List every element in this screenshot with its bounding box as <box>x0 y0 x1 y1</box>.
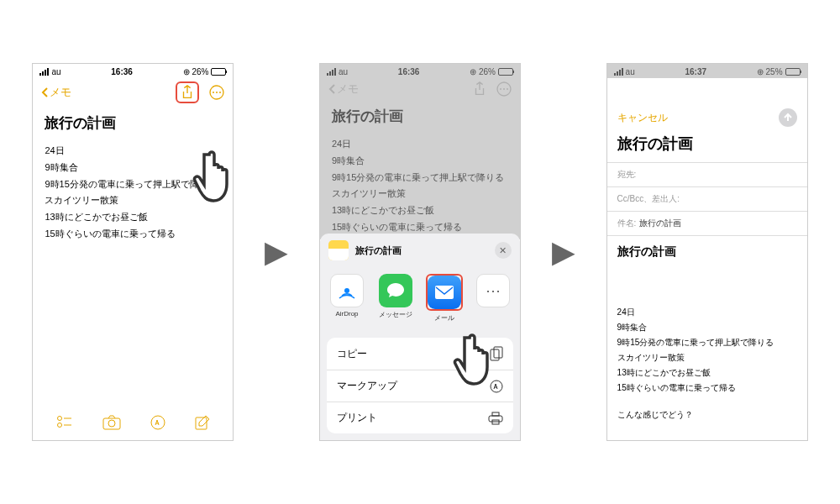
print-action[interactable]: プリント <box>327 402 513 433</box>
note-line: 13時にどこかでお昼ご飯 <box>332 202 508 219</box>
status-bar: au 16:36 ⊕ 26% <box>33 64 233 78</box>
note-line: 9時集合 <box>332 153 508 170</box>
note-line: 9時15分発の電車に乗って押上駅で降りる <box>332 170 508 186</box>
svg-point-13 <box>500 88 501 90</box>
send-button[interactable] <box>779 108 797 127</box>
body-line: スカイツリー散策 <box>617 350 797 365</box>
svg-rect-22 <box>492 412 499 416</box>
phone-notes: au 16:36 ⊕ 26% メモ 旅行の計画 24日 9時集合 9時15分発の… <box>32 63 234 441</box>
svg-point-4 <box>57 417 61 421</box>
arrow-up-icon <box>783 113 793 123</box>
status-bar: au 16:37 ⊕ 25% <box>607 64 807 78</box>
svg-rect-17 <box>435 286 454 299</box>
airdrop-icon <box>336 280 358 302</box>
share-button[interactable] <box>176 81 199 103</box>
draw-icon[interactable] <box>150 415 165 430</box>
mail-app[interactable]: メール <box>423 274 466 323</box>
to-field[interactable]: 宛先: <box>607 162 807 186</box>
svg-point-3 <box>219 92 221 93</box>
cc-field[interactable]: Cc/Bcc、差出人: <box>607 186 807 211</box>
arrow-icon: ▶ <box>265 234 288 270</box>
copy-action[interactable]: コピー <box>327 338 513 370</box>
nav-bar: メモ <box>33 78 233 108</box>
note-title: 旅行の計画 <box>33 108 233 139</box>
note-line: スカイツリー散策 <box>332 186 508 202</box>
status-time: 16:37 <box>685 67 706 76</box>
camera-icon[interactable] <box>102 415 121 430</box>
more-app[interactable]: ⋯ <box>471 274 515 323</box>
note-line: 13時にどこかでお昼ご飯 <box>45 209 221 226</box>
svg-rect-21 <box>489 416 502 422</box>
status-time: 16:36 <box>398 67 420 76</box>
share-actions: コピー マークアップ プリント <box>327 338 513 433</box>
airdrop-app[interactable]: AirDrop <box>325 274 369 323</box>
share-title: 旅行の計画 <box>355 244 488 257</box>
copy-icon <box>490 346 503 361</box>
note-line: 9時15分発の電車に乗って押上駅で降りる <box>45 176 221 193</box>
signal-icon <box>39 68 49 76</box>
note-title: 旅行の計画 <box>320 102 520 133</box>
carrier: au <box>626 67 635 76</box>
battery-percent: ⊕ 25% <box>757 67 783 76</box>
signal-icon <box>614 68 623 76</box>
back-button: メモ <box>328 81 359 97</box>
svg-point-16 <box>344 288 349 293</box>
markup-icon <box>490 380 503 393</box>
toolbar <box>33 405 233 440</box>
status-time: 16:36 <box>111 67 133 76</box>
checklist-icon[interactable] <box>56 415 73 430</box>
share-header: 旅行の計画 ✕ <box>320 234 520 267</box>
battery-icon <box>498 68 513 76</box>
nav-bar: メモ <box>320 78 520 102</box>
svg-point-9 <box>108 420 115 427</box>
note-line: 24日 <box>332 136 508 153</box>
svg-point-1 <box>213 92 214 93</box>
note-line: スカイツリー散策 <box>45 192 221 209</box>
share-apps: AirDrop メッセージ メール ⋯ <box>320 267 520 331</box>
body-line: 24日 <box>617 305 797 320</box>
status-bar: au 16:36 ⊕ 26% <box>320 64 520 78</box>
body-line: 13時にどこかでお昼ご飯 <box>617 365 797 381</box>
print-icon <box>488 412 503 425</box>
carrier: au <box>339 67 348 76</box>
markup-action[interactable]: マークアップ <box>327 370 513 402</box>
note-thumb-icon <box>328 240 349 260</box>
body-line: 9時集合 <box>617 320 797 335</box>
note-line: 15時ぐらいの電車に乗って帰る <box>45 226 221 243</box>
note-line: 9時集合 <box>45 160 221 176</box>
carrier: au <box>51 67 60 76</box>
compose-icon[interactable] <box>195 415 210 430</box>
battery-percent: ⊕ 26% <box>470 67 496 76</box>
compose-footer: こんな感じでどう？ <box>607 402 807 428</box>
subject-field[interactable]: 件名: 旅行の計画 <box>607 211 807 236</box>
messages-app[interactable]: メッセージ <box>374 274 417 323</box>
back-button[interactable]: メモ <box>41 85 71 100</box>
svg-point-6 <box>57 423 61 428</box>
svg-rect-19 <box>494 347 502 358</box>
phone-share: au 16:36 ⊕ 26% メモ 旅行の計画 24日 9時集合 9時15分発の… <box>319 63 521 441</box>
note-body[interactable]: 24日 9時集合 9時15分発の電車に乗って押上駅で降りる スカイツリー散策 1… <box>33 139 233 246</box>
body-line: 9時15分発の電車に乗って押上駅で降りる <box>617 335 797 350</box>
more-icon[interactable] <box>209 85 224 100</box>
messages-icon <box>386 281 406 301</box>
svg-point-2 <box>216 92 218 93</box>
chevron-left-icon <box>41 87 48 97</box>
more-icon <box>496 81 512 97</box>
share-sheet: 旅行の計画 ✕ AirDrop メッセージ <box>320 234 520 440</box>
body-title: 旅行の計画 <box>607 236 807 263</box>
mail-icon <box>433 284 455 301</box>
battery-icon <box>785 68 801 76</box>
compose-body[interactable]: 24日 9時集合 9時15分発の電車に乗って押上駅で降りる スカイツリー散策 1… <box>607 263 807 402</box>
close-button[interactable]: ✕ <box>495 242 512 259</box>
share-icon <box>473 81 486 97</box>
svg-point-14 <box>503 88 505 90</box>
battery-percent: ⊕ 26% <box>183 67 209 76</box>
note-body: 24日 9時集合 9時15分発の電車に乗って押上駅で降りる スカイツリー散策 1… <box>320 133 520 239</box>
body-line: 15時ぐらいの電車に乗って帰る <box>617 381 797 396</box>
share-icon <box>181 85 194 100</box>
chevron-left-icon <box>328 84 335 94</box>
note-line: 24日 <box>45 143 221 160</box>
phone-compose: au 16:37 ⊕ 25% キャンセル 旅行の計画 宛先: Cc/Bcc、差出… <box>606 63 808 441</box>
cancel-button[interactable]: キャンセル <box>617 111 668 125</box>
svg-rect-18 <box>491 349 499 360</box>
